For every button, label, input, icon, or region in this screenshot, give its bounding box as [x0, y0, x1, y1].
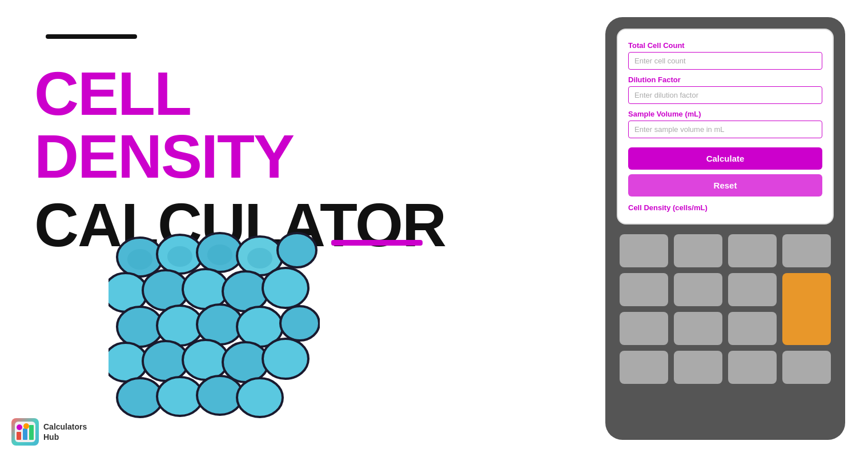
svg-point-12: [197, 304, 243, 344]
key-14[interactable]: [782, 351, 831, 384]
svg-point-14: [280, 306, 319, 340]
cell-count-input[interactable]: [628, 52, 822, 70]
svg-point-32: [17, 424, 22, 430]
key-3[interactable]: [728, 234, 777, 267]
svg-point-26: [207, 244, 232, 265]
svg-point-7: [183, 269, 228, 309]
svg-point-17: [183, 340, 228, 380]
svg-point-6: [143, 270, 188, 310]
result-label: Cell Density (cells/mL): [628, 203, 822, 212]
key-4[interactable]: [782, 234, 831, 267]
svg-point-11: [157, 306, 203, 346]
svg-point-9: [263, 268, 308, 308]
key-6[interactable]: [674, 273, 722, 306]
key-orange-1[interactable]: [782, 273, 831, 345]
key-2[interactable]: [674, 234, 722, 267]
logo: Calculators Hub: [11, 418, 87, 446]
dilution-factor-input[interactable]: [628, 86, 822, 104]
svg-rect-29: [17, 432, 21, 440]
svg-point-21: [157, 377, 203, 416]
sample-volume-label: Sample Volume (mL): [628, 110, 822, 118]
calculate-button[interactable]: Calculate: [628, 147, 822, 170]
calculator-body: Total Cell Count Dilution Factor Sample …: [605, 17, 845, 440]
svg-point-33: [23, 423, 29, 429]
key-11[interactable]: [620, 351, 668, 384]
key-13[interactable]: [728, 351, 777, 384]
svg-point-22: [197, 376, 243, 415]
svg-point-10: [117, 307, 163, 347]
top-decorative-bar: [46, 34, 137, 39]
cell-illustration: [108, 228, 320, 428]
reset-button[interactable]: Reset: [628, 174, 822, 197]
svg-rect-30: [23, 428, 27, 440]
calculator: Total Cell Count Dilution Factor Sample …: [605, 17, 845, 440]
svg-point-18: [223, 342, 268, 382]
dilution-factor-label: Dilution Factor: [628, 75, 822, 84]
key-1[interactable]: [620, 234, 668, 267]
key-12[interactable]: [674, 351, 722, 384]
sample-volume-input[interactable]: [628, 121, 822, 138]
svg-point-24: [127, 249, 152, 270]
keypad: [617, 231, 834, 387]
svg-point-15: [108, 343, 147, 382]
svg-rect-31: [29, 425, 34, 440]
key-7[interactable]: [728, 273, 777, 306]
svg-point-16: [143, 341, 188, 381]
total-cell-count-label: Total Cell Count: [628, 41, 822, 50]
key-9[interactable]: [674, 312, 722, 345]
svg-point-20: [117, 378, 163, 417]
calculator-screen: Total Cell Count Dilution Factor Sample …: [617, 29, 834, 225]
title-cell: CELL: [34, 63, 191, 125]
svg-point-4: [278, 233, 316, 267]
svg-point-27: [247, 248, 272, 268]
svg-point-23: [237, 378, 283, 417]
key-8[interactable]: [620, 312, 668, 345]
key-10[interactable]: [728, 312, 777, 345]
svg-point-19: [263, 339, 308, 379]
logo-icon: [11, 418, 39, 446]
left-section: CELL DENSITY CALCULATOR: [0, 0, 514, 457]
purple-decorative-bar: [331, 240, 423, 246]
title-density: DENSITY: [34, 126, 294, 187]
svg-point-25: [167, 246, 192, 267]
logo-text: Calculators Hub: [43, 422, 87, 442]
key-5[interactable]: [620, 273, 668, 306]
